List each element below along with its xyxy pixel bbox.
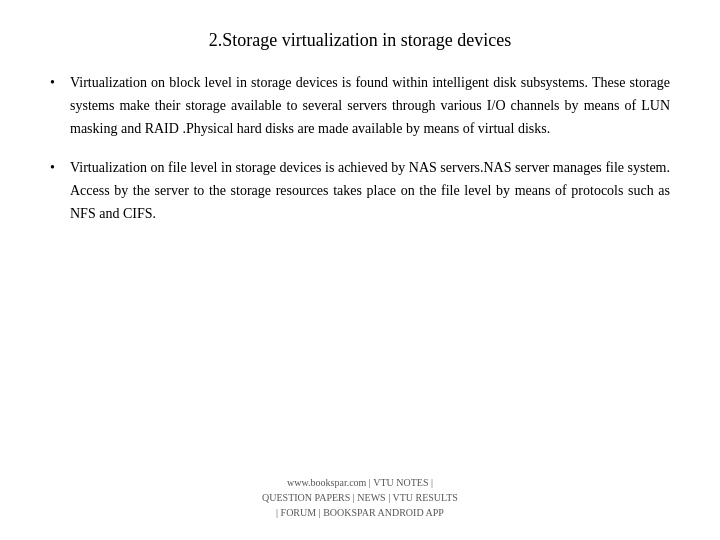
- page-container: 2.Storage virtualization in storage devi…: [0, 0, 720, 540]
- content-area: • Virtualization on block level in stora…: [50, 71, 670, 465]
- footer-line1: www.bookspar.com | VTU NOTES |: [287, 477, 433, 488]
- bullet-item-2: • Virtualization on file level in storag…: [50, 156, 670, 225]
- footer: www.bookspar.com | VTU NOTES | QUESTION …: [50, 465, 670, 520]
- bullet-item-1: • Virtualization on block level in stora…: [50, 71, 670, 140]
- bullet-text-1: Virtualization on block level in storage…: [70, 71, 670, 140]
- footer-line3: | FORUM | BOOKSPAR ANDROID APP: [276, 507, 444, 518]
- page-title: 2.Storage virtualization in storage devi…: [50, 30, 670, 51]
- bullet-dot-1: •: [50, 72, 70, 94]
- bullet-dot-2: •: [50, 157, 70, 179]
- footer-line2: QUESTION PAPERS | NEWS | VTU RESULTS: [262, 492, 458, 503]
- bullet-text-2: Virtualization on file level in storage …: [70, 156, 670, 225]
